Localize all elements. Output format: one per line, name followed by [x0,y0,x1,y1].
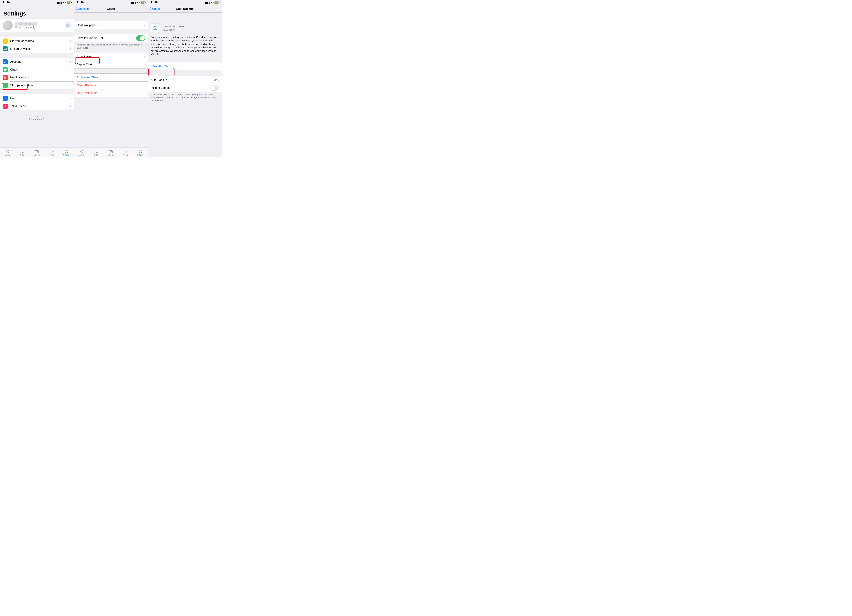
updown-icon [3,83,8,88]
svg-rect-1 [68,24,69,25]
tab-label: Camera [108,154,114,156]
svg-point-24 [125,151,127,153]
row-tell-friend[interactable]: ♥ Tell a Friend [0,102,74,110]
signal-icon: ▮▮▮▮ [205,1,210,4]
row-chat-wallpaper[interactable]: Chat Wallpaper [74,21,148,29]
row-label: Archive All Chats [77,76,145,79]
row-starred-messages[interactable]: ★ Starred Messages [0,37,74,45]
row-backup-now[interactable]: Back Up Now [148,62,222,70]
row-label: Delete All Chats [77,92,145,95]
network-label: 4G [62,1,66,4]
tab-chats[interactable]: Chats [118,148,133,157]
row-label: Chat Backup [77,55,144,59]
tab-label: Chats [50,154,54,156]
nav-title: Chats [107,7,115,11]
backup-status-row: Last Backup: Never Total Size: - [148,21,222,34]
profile-status: Urgent calls only [15,26,62,29]
last-backup-value: Never [178,25,185,28]
row-label: Starred Messages [10,39,70,43]
row-auto-backup[interactable]: Auto Backup Off [148,76,222,84]
svg-rect-8 [5,60,6,62]
tab-bar: Status Calls Camera Chats Settings [74,148,148,157]
qr-icon[interactable] [65,22,71,29]
nav-title: Chat Backup [176,7,194,11]
nav-bar: Settings Chats [74,5,148,13]
svg-rect-5 [4,48,6,50]
cloud-icon [151,24,160,33]
svg-point-15 [36,151,38,152]
row-label: Export Chat [77,63,144,66]
chevron-right-icon [70,48,71,50]
row-chat-backup[interactable]: Chat Backup [74,53,148,60]
profile-row[interactable]: Hanson Rowe Urgent calls only [0,18,74,32]
svg-point-18 [66,151,67,152]
total-size-value: - [175,29,176,31]
tab-status[interactable]: Status [74,148,89,157]
star-icon: ★ [3,38,8,44]
chevron-right-icon [70,105,71,107]
chevron-right-icon [70,68,71,71]
row-notifications[interactable]: Notifications [0,74,74,82]
chevron-right-icon [70,76,71,79]
chevron-right-icon [70,40,71,42]
row-save-camera-roll[interactable]: Save to Camera Roll [74,34,148,42]
toggle-include-videos[interactable] [210,85,219,91]
svg-point-17 [51,151,53,153]
monitor-icon [3,46,8,51]
tab-label: Calls [94,154,98,156]
status-time: 21:19 [151,1,158,4]
svg-point-20 [81,151,82,152]
chevron-right-icon [70,97,71,100]
tab-calls[interactable]: Calls [15,148,30,157]
from-footer: from FACEBOOK [0,115,74,120]
chevron-right-icon [144,24,145,26]
row-label: Storage and Data [10,84,70,87]
chevron-right-icon [218,79,219,81]
tab-camera[interactable]: Camera [103,148,118,157]
svg-point-25 [140,151,141,152]
svg-point-19 [80,150,83,153]
row-archive-all[interactable]: Archive All Chats [74,74,148,82]
svg-point-11 [5,77,6,78]
row-delete-all[interactable]: Delete All Chats [74,89,148,97]
row-label: Include Videos [151,86,210,90]
tab-status[interactable]: Status [0,148,15,157]
network-label: 4G [210,1,214,4]
row-linked-devices[interactable]: Linked Devices [0,45,74,53]
tab-label: Calls [20,154,24,156]
row-storage-data[interactable]: Storage and Data [0,82,74,89]
row-label: Chat Wallpaper [77,24,144,27]
tab-label: Chats [123,154,128,156]
battery-icon: ⚡ [140,2,145,4]
tab-calls[interactable]: Calls [89,148,104,157]
toggle-save-camera[interactable] [136,35,145,41]
chevron-right-icon [144,63,145,66]
tab-settings[interactable]: Settings [59,148,74,157]
row-label: Save to Camera Roll [77,36,136,40]
tab-chats[interactable]: Chats [44,148,59,157]
status-time: 21:19 [77,1,84,4]
battery-icon: ⚡ [66,2,71,4]
row-chats[interactable]: Chats [0,66,74,74]
svg-point-16 [50,150,53,152]
row-label: Clear All Chats [77,84,145,87]
row-include-videos[interactable]: Include Videos [148,84,222,92]
row-help[interactable]: i Help [0,94,74,102]
back-button[interactable]: Settings [75,5,89,12]
chevron-right-icon [70,60,71,63]
row-label: Back Up Now [151,64,219,68]
save-camera-note: Automatically save photos and videos you… [74,42,148,51]
tab-camera[interactable]: Camera [29,148,44,157]
back-button[interactable]: Chats [149,5,160,12]
total-size-label: Total Size: [163,29,175,31]
row-export-chat[interactable]: Export Chat [74,60,148,68]
key-icon [3,59,8,64]
row-account[interactable]: Account [0,58,74,66]
avatar [3,20,13,30]
wifi-note: To avoid excessive data charges, connect… [148,92,222,104]
row-clear-all[interactable]: Clear All Chats [74,82,148,89]
row-label: Tell a Friend [10,104,70,108]
battery-icon: ⚡ [215,2,219,4]
tab-settings[interactable]: Settings [133,148,148,157]
tab-label: Settings [137,154,144,156]
